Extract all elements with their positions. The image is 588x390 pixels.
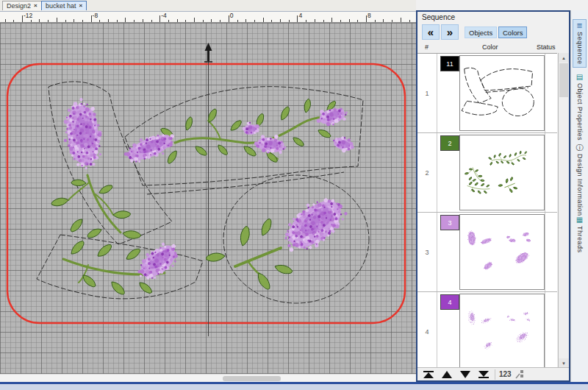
separator	[495, 369, 495, 380]
sequence-vertical-scrollbar[interactable]: ▲ ▼	[558, 53, 569, 368]
row-number: 1	[417, 54, 437, 132]
sequence-row-1[interactable]: 1 11	[417, 54, 557, 133]
sequence-panel: Sequence « » Objects Colors # Color Stat…	[416, 10, 570, 382]
status-cell	[545, 213, 557, 291]
move-earlier-button[interactable]	[440, 369, 454, 380]
sequence-panel-title: Sequence	[417, 12, 569, 23]
row-thumbnail	[459, 214, 545, 290]
column-header-color: Color	[482, 43, 498, 51]
status-bar	[0, 382, 588, 390]
side-tab-threads[interactable]: ▦ Threads	[573, 213, 587, 256]
column-header-status: Status	[537, 43, 556, 51]
tab-bucket-hat[interactable]: bucket hat ×	[41, 1, 87, 10]
color-sequence-list: 1 11 2 2 3 3 4 4	[417, 53, 557, 369]
row-number: 4	[417, 292, 437, 369]
sequence-toolbar: « » Objects Colors	[417, 23, 569, 43]
sequence-footer-toolbar: 123	[417, 367, 569, 380]
objects-view-button[interactable]: Objects	[465, 26, 497, 38]
row-number: 3	[417, 213, 437, 291]
row-thumbnail	[459, 135, 545, 210]
color-swatch[interactable]: 4	[440, 294, 459, 310]
tab-design2[interactable]: Design2 ×	[2, 1, 42, 10]
colors-view-button[interactable]: Colors	[498, 26, 527, 38]
row-thumbnail	[459, 55, 545, 131]
docking-tab-strip: ≣ Sequence ▤ Object Properties ⓘ Design …	[570, 10, 588, 382]
scrollbar-thumb[interactable]	[559, 63, 568, 97]
side-tab-design-information[interactable]: ⓘ Design Information	[573, 141, 587, 219]
color-swatch[interactable]: 11	[440, 56, 459, 71]
color-swatch[interactable]: 3	[440, 215, 459, 230]
object-properties-icon: ▤	[576, 74, 583, 81]
status-cell	[545, 292, 557, 369]
stitch-numbers-button[interactable]: 123	[499, 370, 512, 378]
side-tab-object-properties[interactable]: ▤ Object Properties	[573, 71, 587, 143]
hoop-boundary	[7, 64, 405, 323]
sequence-row-3[interactable]: 3 3	[417, 213, 557, 292]
stitch-details-icon	[515, 369, 525, 379]
scroll-up-icon[interactable]: ▲	[559, 53, 569, 63]
scrollbar-thumb[interactable]	[223, 376, 281, 381]
back-travel-button[interactable]: «	[422, 24, 440, 40]
horizontal-ruler: -12-8-4048	[0, 12, 416, 23]
column-header-number: #	[425, 43, 429, 51]
needle-cursor-icon	[204, 43, 212, 62]
status-cell	[545, 54, 557, 132]
design-artwork	[0, 23, 416, 374]
move-to-end-button[interactable]	[476, 369, 491, 380]
side-tab-sequence[interactable]: ≣ Sequence	[573, 19, 587, 68]
sequence-row-4[interactable]: 4 4	[417, 292, 557, 369]
sequence-row-2[interactable]: 2 2	[417, 133, 557, 213]
sequence-icon: ≣	[576, 22, 582, 29]
design-information-icon: ⓘ	[576, 144, 584, 152]
forward-travel-button[interactable]: »	[441, 24, 459, 40]
tab-design2-label: Design2	[7, 2, 31, 10]
color-swatch[interactable]: 2	[440, 135, 459, 151]
tab-bucket-hat-label: bucket hat	[46, 2, 76, 10]
close-icon[interactable]: ×	[79, 3, 83, 9]
sequence-column-headers: # Color Status	[417, 43, 569, 53]
row-number: 2	[417, 133, 437, 212]
move-later-button[interactable]	[458, 369, 473, 380]
threads-icon: ▦	[576, 216, 583, 224]
design-canvas[interactable]	[0, 23, 416, 374]
move-to-start-button[interactable]	[421, 369, 436, 380]
document-tab-bar: Design2 × bucket hat ×	[0, 0, 416, 12]
status-cell	[545, 133, 557, 212]
close-icon[interactable]: ×	[34, 3, 37, 9]
row-thumbnail	[459, 294, 545, 369]
